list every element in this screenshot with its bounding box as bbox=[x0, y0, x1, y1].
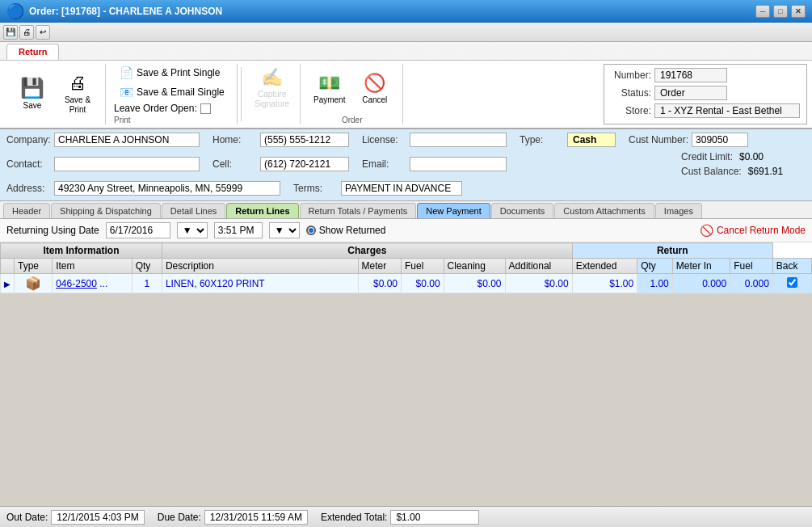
cancel-button[interactable]: 🚫 Cancel bbox=[354, 65, 396, 113]
print-buttons: 📄 Save & Print Single 📧 Save & Email Sin… bbox=[114, 64, 230, 114]
home-input[interactable] bbox=[260, 133, 349, 147]
th-return-fuel: Fuel bbox=[730, 259, 773, 274]
show-returned-button[interactable]: Show Returned bbox=[306, 225, 386, 236]
tab-header[interactable]: Header bbox=[3, 203, 50, 218]
cust-balance-field: Cust Balance: $691.91 bbox=[681, 165, 793, 178]
payment-label: Payment bbox=[313, 95, 345, 105]
tab-images[interactable]: Images bbox=[655, 203, 702, 218]
ext-total-label: Extended Total: bbox=[321, 512, 388, 523]
th-fuel: Fuel bbox=[401, 259, 444, 274]
address-label: Address: bbox=[6, 183, 51, 194]
tab-new-payment[interactable]: New Payment bbox=[417, 203, 490, 218]
capture-signature-button[interactable]: ✍ CaptureSignature bbox=[251, 64, 293, 112]
th-back: Back bbox=[772, 259, 811, 274]
save-print-button[interactable]: 🖨 Save &Print bbox=[57, 70, 99, 118]
email-icon: 📧 bbox=[120, 86, 133, 99]
return-time-dropdown[interactable]: ▼ bbox=[269, 222, 300, 238]
cancel-return-mode-button[interactable]: 🚫 Cancel Return Mode bbox=[700, 224, 806, 237]
row-type: 📦 bbox=[15, 274, 53, 293]
payment-button[interactable]: 💵 Payment bbox=[309, 65, 351, 113]
ribbon-group-signature: ✍ CaptureSignature bbox=[245, 64, 301, 124]
terms-input[interactable] bbox=[341, 181, 462, 196]
cust-number-input[interactable] bbox=[692, 133, 748, 147]
quick-undo-button[interactable]: ↩ bbox=[36, 25, 50, 40]
license-input[interactable] bbox=[410, 133, 507, 147]
item-type-icon: 📦 bbox=[25, 276, 41, 290]
customer-row-2: Contact: Cell: Email: Credit Limit: $0.0… bbox=[6, 150, 806, 179]
due-date-field: Due Date: 12/31/2015 11:59 AM bbox=[158, 510, 308, 525]
ribbon-content: 💾 Save 🖨 Save &Print 📄 Save & Print Sing… bbox=[0, 60, 812, 128]
number-label: Number: bbox=[611, 70, 651, 81]
info-panel: Number: 191768 Status: Order Store: 1 - … bbox=[604, 64, 807, 124]
email-label: Email: bbox=[362, 158, 406, 170]
tab-return[interactable]: Return bbox=[6, 44, 59, 60]
return-time-input[interactable] bbox=[214, 222, 263, 238]
company-label: Company: bbox=[6, 134, 51, 145]
return-lines-table: Item Information Charges Return Type Ite… bbox=[0, 242, 812, 293]
tab-return-lines[interactable]: Return Lines bbox=[226, 203, 298, 218]
row-expand[interactable]: ▶ bbox=[1, 274, 15, 293]
customer-row-1: Company: Home: License: Type: Cash Cust … bbox=[6, 133, 806, 149]
save-buttons: 💾 Save 🖨 Save &Print bbox=[11, 64, 99, 123]
quick-save-button[interactable]: 💾 bbox=[3, 25, 18, 40]
save-print-single-label: Save & Print Single bbox=[137, 67, 220, 78]
tab-detail[interactable]: Detail Lines bbox=[162, 203, 225, 218]
th-meter: Meter bbox=[358, 259, 401, 274]
row-item[interactable]: 046-2500 ... bbox=[53, 274, 132, 293]
return-date-dropdown[interactable]: ▼ bbox=[177, 222, 208, 238]
row-return-fuel: 0.000 bbox=[730, 274, 773, 293]
email-input[interactable] bbox=[410, 157, 507, 171]
save-print-single-button[interactable]: 📄 Save & Print Single bbox=[114, 64, 230, 82]
contact-input[interactable] bbox=[54, 157, 200, 171]
type-label: Type: bbox=[520, 134, 564, 145]
cancel-icon: 🚫 bbox=[364, 73, 385, 94]
save-print-label: Save &Print bbox=[65, 95, 90, 115]
company-input[interactable] bbox=[54, 133, 200, 147]
license-label: License: bbox=[362, 134, 406, 145]
ribbon: Return 💾 Save 🖨 Save &Print 📄 Sa bbox=[0, 42, 812, 129]
back-checkbox[interactable] bbox=[787, 277, 797, 288]
return-lines-content: Returning Using Date ▼ ▼ Show Returned 🚫… bbox=[0, 219, 812, 293]
item-link[interactable]: 046-2500 bbox=[56, 278, 97, 289]
store-row: Store: 1 - XYZ Rental - East Bethel bbox=[611, 103, 800, 118]
close-button[interactable]: ✕ bbox=[791, 5, 806, 18]
number-row: Number: 191768 bbox=[611, 68, 800, 82]
save-button[interactable]: 💾 Save bbox=[11, 70, 53, 118]
quick-print-button[interactable]: 🖨 bbox=[19, 25, 34, 40]
tab-attachments[interactable]: Custom Attachments bbox=[554, 203, 654, 218]
tab-documents[interactable]: Documents bbox=[491, 203, 554, 218]
window-title: Order: [191768] - CHARLENE A JOHNSON bbox=[29, 6, 222, 17]
out-date-field: Out Date: 12/1/2015 4:03 PM bbox=[6, 510, 145, 525]
row-fuel: $0.00 bbox=[401, 274, 444, 293]
return-toolbar: Returning Using Date ▼ ▼ Show Returned 🚫… bbox=[0, 219, 812, 242]
ribbon-group-order: 💵 Payment 🚫 Cancel Order bbox=[302, 64, 403, 124]
tab-return-totals[interactable]: Return Totals / Payments bbox=[300, 203, 417, 218]
email-field: Email: bbox=[362, 157, 507, 171]
charges-header: Charges bbox=[162, 243, 572, 259]
returning-date-label: Returning Using Date bbox=[6, 225, 99, 236]
save-email-single-button[interactable]: 📧 Save & Email Single bbox=[114, 83, 230, 101]
due-date-value: 12/31/2015 11:59 AM bbox=[204, 510, 308, 525]
address-input[interactable] bbox=[54, 181, 280, 196]
return-header: Return bbox=[572, 243, 772, 259]
row-back[interactable] bbox=[772, 274, 811, 293]
minimize-button[interactable]: ─ bbox=[755, 5, 770, 18]
row-return-qty: 1.00 bbox=[637, 274, 673, 293]
cell-field: Cell: bbox=[212, 157, 349, 171]
leave-order-checkbox[interactable] bbox=[200, 103, 211, 114]
th-expand bbox=[1, 259, 15, 274]
cell-input[interactable] bbox=[260, 157, 349, 171]
ext-total-value: $1.00 bbox=[390, 510, 479, 525]
maximize-button[interactable]: □ bbox=[773, 5, 788, 18]
out-date-label: Out Date: bbox=[6, 512, 48, 523]
type-value: Cash bbox=[567, 133, 616, 147]
company-field: Company: bbox=[6, 133, 200, 147]
terms-label: Terms: bbox=[293, 183, 338, 194]
show-returned-radio[interactable] bbox=[306, 226, 316, 235]
tab-shipping[interactable]: Shipping & Dispatching bbox=[51, 203, 161, 218]
expand-arrow-icon[interactable]: ▶ bbox=[4, 280, 11, 289]
store-value: 1 - XYZ Rental - East Bethel bbox=[654, 103, 800, 118]
return-date-input[interactable] bbox=[106, 222, 170, 238]
home-label: Home: bbox=[212, 134, 257, 145]
number-value: 191768 bbox=[654, 68, 727, 82]
